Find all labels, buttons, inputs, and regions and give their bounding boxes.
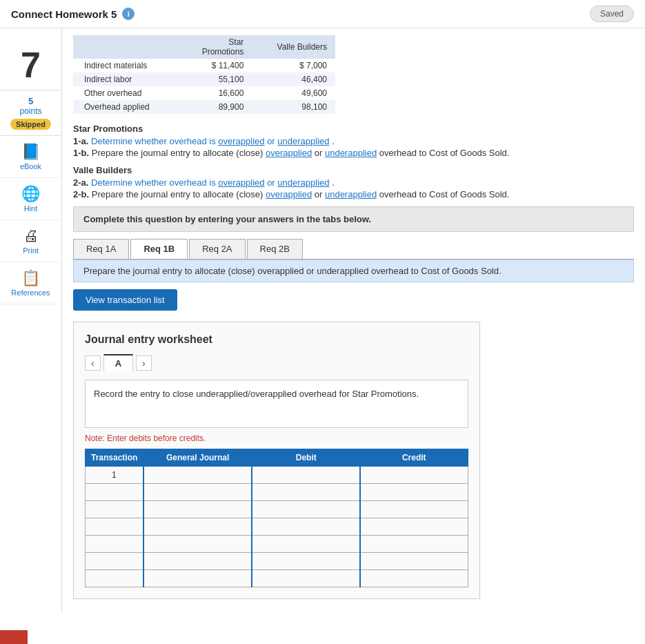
card-tab-a[interactable]: A (103, 354, 133, 371)
sidebar-item-print[interactable]: 🖨 Print (0, 220, 61, 262)
table-cell-star: 16,600 (179, 86, 252, 100)
journal-input-debit[interactable] (255, 538, 357, 550)
sidebar-ebook-label: eBook (20, 162, 41, 170)
journal-cell-debit[interactable] (252, 553, 360, 570)
journal-input-credit[interactable] (364, 555, 465, 567)
journal-cell-debit[interactable] (252, 467, 360, 484)
journal-input-credit[interactable] (364, 538, 465, 550)
card-prev-button[interactable]: ‹ (85, 355, 101, 371)
journal-input-credit[interactable] (364, 503, 465, 516)
worksheet-title: Journal entry worksheet (85, 333, 468, 346)
table-cell-valle: $ 7,000 (252, 59, 335, 72)
journal-input-debit[interactable] (255, 555, 357, 567)
journal-cell-transaction (86, 484, 143, 501)
ebook-icon: 📘 (21, 143, 40, 161)
worksheet-description: Record the entry to close underapplied/o… (85, 380, 468, 428)
table-header-valle: Valle Builders (252, 35, 335, 59)
journal-table-row (86, 518, 468, 536)
journal-cell-transaction (86, 553, 143, 570)
journal-cell-general-journal[interactable] (143, 536, 252, 553)
sidebar-item-ebook[interactable]: 📘 eBook (0, 136, 61, 178)
view-transaction-button[interactable]: View transaction list (73, 289, 177, 311)
table-row: Indirect labor 55,100 46,400 (73, 72, 335, 86)
journal-input-general-journal[interactable] (147, 486, 249, 498)
section2-title: Valle Builders (73, 165, 634, 175)
journal-input-general-journal[interactable] (147, 503, 249, 516)
journal-table: Transaction General Journal Debit Credit… (85, 449, 468, 587)
points-label: points (7, 106, 54, 116)
table-row: Overhead applied 89,900 98,100 (73, 100, 335, 114)
journal-cell-general-journal[interactable] (143, 518, 252, 536)
saved-badge: Saved (590, 6, 634, 22)
journal-col-debit: Debit (252, 449, 360, 467)
table-cell-star: $ 11,400 (179, 59, 252, 72)
journal-input-credit[interactable] (364, 469, 465, 481)
journal-input-debit[interactable] (255, 572, 357, 585)
header-left: Connect Homework 5 i (11, 8, 135, 20)
content-area: StarPromotions Valle Builders Indirect m… (62, 28, 645, 613)
main-layout: 7 5 points Skipped 📘 eBook 🌐 Hint 🖨 Prin… (0, 28, 645, 613)
journal-input-general-journal[interactable] (147, 538, 249, 550)
table-cell-star: 89,900 (179, 100, 252, 114)
journal-input-general-journal[interactable] (147, 555, 249, 567)
journal-cell-debit[interactable] (252, 484, 360, 501)
card-next-button[interactable]: › (136, 355, 152, 371)
references-icon: 📋 (21, 269, 40, 287)
journal-cell-debit[interactable] (252, 518, 360, 536)
journal-input-debit[interactable] (255, 520, 357, 533)
journal-cell-credit[interactable] (360, 467, 468, 484)
journal-table-row (86, 553, 468, 570)
print-icon: 🖨 (23, 227, 39, 245)
info-icon[interactable]: i (122, 8, 135, 20)
table-cell-valle: 98,100 (252, 100, 335, 114)
journal-input-credit[interactable] (364, 572, 465, 585)
instructions-section2: Valle Builders 2-a. Determine whether ov… (73, 165, 634, 199)
journal-cell-debit[interactable] (252, 536, 360, 553)
journal-input-debit[interactable] (255, 503, 357, 516)
points-number: 5 (7, 96, 54, 106)
journal-cell-transaction (86, 536, 143, 553)
journal-cell-credit[interactable] (360, 570, 468, 587)
journal-cell-general-journal[interactable] (143, 570, 252, 587)
sidebar-references-label: References (11, 289, 50, 297)
journal-input-debit[interactable] (255, 486, 357, 498)
journal-cell-credit[interactable] (360, 484, 468, 501)
skipped-badge: Skipped (10, 119, 51, 130)
table-cell-label: Overhead applied (73, 100, 179, 114)
table-cell-label: Indirect labor (73, 72, 179, 86)
tab-req2b[interactable]: Req 2B (247, 239, 303, 259)
journal-cell-general-journal[interactable] (143, 553, 252, 570)
journal-input-credit[interactable] (364, 486, 465, 498)
journal-input-general-journal[interactable] (147, 520, 249, 533)
tab-req2a[interactable]: Req 2A (189, 239, 245, 259)
journal-table-row (86, 536, 468, 553)
table-cell-star: 55,100 (179, 72, 252, 86)
sidebar: 7 5 points Skipped 📘 eBook 🌐 Hint 🖨 Prin… (0, 28, 62, 613)
journal-cell-transaction (86, 518, 143, 536)
journal-cell-debit[interactable] (252, 501, 360, 518)
sidebar-item-hint[interactable]: 🌐 Hint (0, 178, 61, 220)
tabs-bar: Req 1A Req 1B Req 2A Req 2B (73, 239, 634, 260)
journal-input-credit[interactable] (364, 520, 465, 533)
instruction-1a: 1-a. Determine whether overhead is overa… (73, 136, 634, 146)
journal-cell-credit[interactable] (360, 518, 468, 536)
journal-cell-credit[interactable] (360, 501, 468, 518)
complete-box: Complete this question by entering your … (73, 206, 634, 232)
table-header-label (73, 35, 179, 59)
journal-input-general-journal[interactable] (147, 469, 249, 481)
journal-cell-general-journal[interactable] (143, 501, 252, 518)
question-number: 7 (0, 35, 61, 90)
journal-cell-general-journal[interactable] (143, 467, 252, 484)
header: Connect Homework 5 i Saved (0, 0, 645, 28)
journal-cell-credit[interactable] (360, 536, 468, 553)
journal-input-debit[interactable] (255, 469, 357, 481)
journal-cell-debit[interactable] (252, 570, 360, 587)
journal-cell-transaction (86, 501, 143, 518)
journal-input-general-journal[interactable] (147, 572, 249, 585)
sidebar-item-references[interactable]: 📋 References (0, 262, 61, 304)
instruction-1b: 1-b. Prepare the journal entry to alloca… (73, 148, 634, 158)
journal-cell-credit[interactable] (360, 553, 468, 570)
tab-req1b[interactable]: Req 1B (130, 239, 188, 259)
tab-req1a[interactable]: Req 1A (73, 239, 129, 259)
journal-cell-general-journal[interactable] (143, 484, 252, 501)
